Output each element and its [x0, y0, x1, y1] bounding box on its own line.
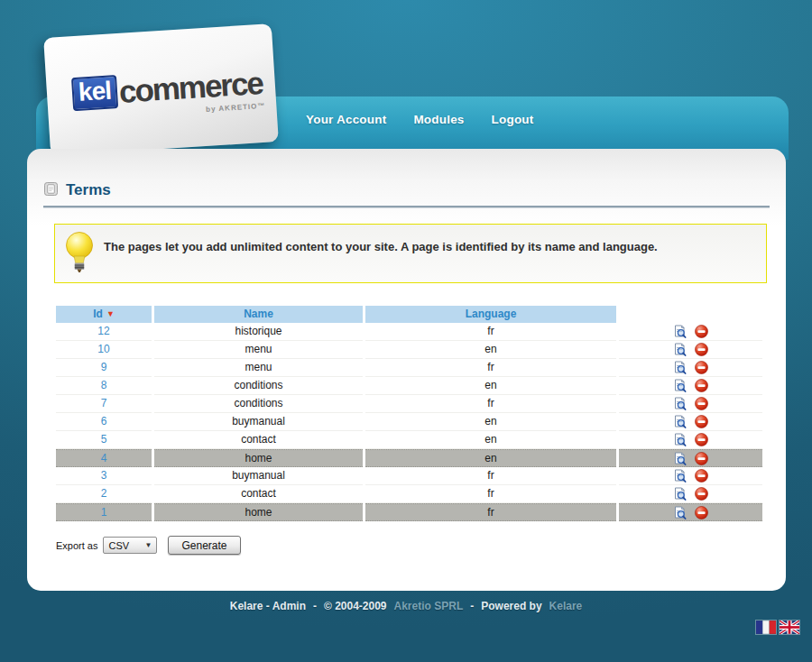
view-icon: [674, 415, 687, 428]
cell-actions: [619, 503, 762, 521]
cell-actions: [619, 323, 762, 341]
delete-button[interactable]: [694, 397, 708, 411]
cell-id[interactable]: 12: [56, 323, 152, 341]
footer-segment: Akretio SPRL: [394, 600, 464, 612]
view-button[interactable]: [673, 433, 687, 447]
cell-name: conditions: [154, 395, 363, 413]
logo-commerce: commerce: [118, 67, 263, 106]
delete-button[interactable]: [694, 487, 708, 501]
delete-icon: [695, 452, 708, 465]
content-card: Terms: [27, 149, 786, 591]
delete-button[interactable]: [694, 469, 708, 483]
view-button[interactable]: [673, 505, 687, 519]
cell-name: buymanual: [154, 467, 363, 485]
table-row: 3 buymanual fr: [56, 467, 762, 485]
table-row: 1 home fr: [56, 503, 762, 521]
logo-card: kel commerce by AKRETIO™: [43, 23, 279, 156]
view-icon: [674, 397, 687, 410]
delete-icon: [695, 487, 708, 501]
cell-name: menu: [154, 359, 363, 377]
table-row: 5 contact en: [56, 431, 762, 449]
delete-icon: [695, 343, 708, 356]
column-header-id[interactable]: Id▼: [56, 306, 152, 323]
export-label: Export as: [56, 540, 97, 551]
cell-id[interactable]: 7: [56, 395, 152, 413]
cell-actions: [619, 341, 762, 359]
cell-actions: [619, 449, 762, 467]
delete-icon: [695, 433, 708, 446]
export-controls: Export as CSV ▼ Generate: [56, 536, 786, 555]
cell-id[interactable]: 5: [56, 431, 152, 449]
view-icon: [674, 506, 687, 519]
delete-button[interactable]: [694, 361, 708, 375]
view-button[interactable]: [673, 415, 687, 429]
cell-id[interactable]: 6: [56, 413, 152, 431]
cell-id[interactable]: 4: [56, 449, 152, 467]
nav-item[interactable]: Logout: [492, 113, 534, 126]
nav-item[interactable]: Your Account: [306, 113, 386, 126]
cell-name: conditions: [154, 377, 363, 395]
cell-actions: [619, 395, 762, 413]
column-header-name[interactable]: Name: [154, 306, 363, 323]
column-header-language[interactable]: Language: [365, 306, 616, 323]
lightbulb-icon: [62, 230, 97, 279]
delete-icon: [695, 506, 708, 519]
table-row: 7 conditions fr: [56, 395, 762, 413]
cell-id[interactable]: 1: [56, 503, 152, 521]
cell-id[interactable]: 10: [56, 341, 152, 359]
view-icon: [674, 433, 687, 446]
table-row: 8 conditions en: [56, 377, 762, 395]
view-button[interactable]: [673, 469, 687, 483]
cell-language: fr: [365, 467, 616, 485]
delete-button[interactable]: [694, 325, 708, 339]
cell-actions: [619, 377, 762, 395]
delete-button[interactable]: [694, 451, 708, 465]
view-button[interactable]: [673, 325, 687, 339]
uk-flag-icon[interactable]: [780, 621, 799, 634]
view-button[interactable]: [673, 487, 687, 501]
french-flag-icon[interactable]: [756, 621, 776, 634]
cell-actions: [619, 467, 762, 485]
delete-button[interactable]: [694, 415, 708, 429]
view-button[interactable]: [673, 343, 687, 357]
delete-button[interactable]: [694, 343, 708, 357]
view-button[interactable]: [673, 379, 687, 393]
footer-segment: -: [313, 600, 317, 612]
cell-name: home: [154, 449, 363, 467]
view-button[interactable]: [673, 451, 687, 465]
generate-button[interactable]: Generate: [168, 536, 240, 555]
nav-item[interactable]: Modules: [413, 113, 464, 126]
view-icon: [674, 361, 687, 374]
cell-actions: [619, 359, 762, 377]
view-icon: [674, 343, 687, 356]
cell-id[interactable]: 2: [56, 485, 152, 503]
view-icon: [674, 325, 687, 338]
cell-id[interactable]: 3: [56, 467, 152, 485]
info-message: The pages let you add unlimited content …: [55, 225, 766, 253]
cell-id[interactable]: 8: [56, 377, 152, 395]
table-header-row: Id▼ Name Language: [56, 306, 762, 323]
delete-button[interactable]: [694, 379, 708, 393]
cell-language: en: [365, 431, 616, 449]
footer-segment: -: [470, 600, 474, 612]
export-format-select[interactable]: CSV ▼: [103, 537, 157, 554]
cell-language: fr: [365, 359, 616, 377]
cell-name: contact: [154, 485, 363, 503]
cell-actions: [619, 413, 762, 431]
title-divider: [43, 206, 770, 208]
delete-icon: [695, 379, 708, 392]
table-row: 2 contact fr: [56, 485, 762, 503]
view-button[interactable]: [673, 361, 687, 375]
table-row: 4 home en: [56, 449, 762, 467]
view-button[interactable]: [673, 397, 687, 411]
terms-table: Id▼ Name Language 12 historique fr: [56, 306, 762, 521]
delete-button[interactable]: [694, 505, 708, 519]
cell-id[interactable]: 9: [56, 359, 152, 377]
export-format-value: CSV: [108, 540, 129, 551]
cell-name: historique: [154, 323, 363, 341]
table-row: 9 menu fr: [56, 359, 762, 377]
delete-button[interactable]: [694, 433, 708, 447]
footer-segment: © 2004-2009: [324, 600, 387, 612]
table-row: 12 historique fr: [56, 323, 762, 341]
delete-icon: [695, 361, 708, 374]
